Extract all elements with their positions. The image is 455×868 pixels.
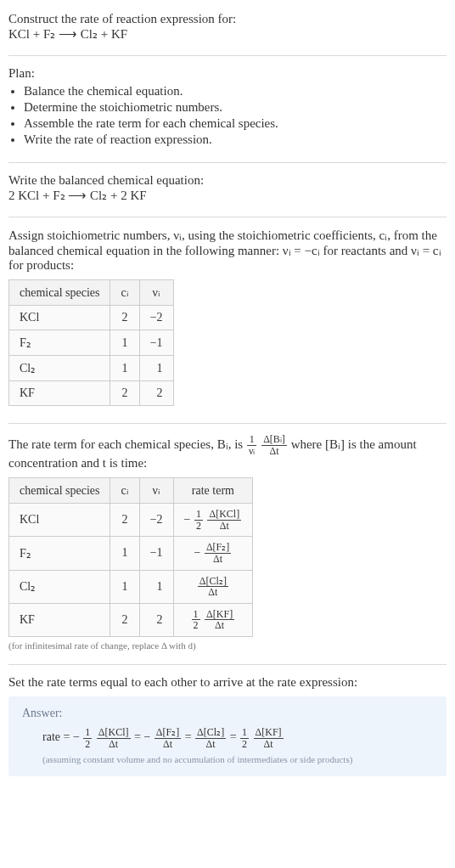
plan-heading: Plan: xyxy=(8,66,447,81)
cell-vi: 1 xyxy=(139,356,173,381)
fraction-icon: Δ[F₂] Δt xyxy=(205,542,231,564)
cell-rate-term: 1 2 Δ[KF] Δt xyxy=(173,603,253,636)
frac-num: Δ[Bᵢ] xyxy=(261,434,287,446)
cell-vi: 2 xyxy=(139,603,173,636)
frac-num: 1 xyxy=(240,727,249,739)
frac-num: Δ[F₂] xyxy=(205,542,231,554)
fraction-icon: Δ[KF] Δt xyxy=(254,727,284,749)
frac-den: νᵢ xyxy=(247,446,256,457)
term-prefix: − xyxy=(184,513,191,526)
fraction-icon: Δ[Cl₂] Δt xyxy=(198,576,228,598)
cell-rate-term: − Δ[F₂] Δt xyxy=(173,537,253,570)
plan-list: Balance the chemical equation. Determine… xyxy=(24,84,447,147)
frac-num: Δ[KCl] xyxy=(207,509,241,521)
cell-vi: −1 xyxy=(139,330,173,356)
intro-title: Construct the rate of reaction expressio… xyxy=(8,12,447,26)
cell-ci: 1 xyxy=(110,356,139,381)
cell-species: Cl₂ xyxy=(9,356,110,381)
cell-species: F₂ xyxy=(9,330,110,356)
frac-den: Δt xyxy=(154,739,181,750)
col-ci: cᵢ xyxy=(110,280,139,306)
cell-ci: 2 xyxy=(110,603,139,636)
frac-den: 2 xyxy=(192,620,200,631)
plan-item: Balance the chemical equation. xyxy=(24,84,447,99)
rate-term: 1 2 Δ[KF] Δt xyxy=(239,730,284,743)
rate-term: − 1 2 Δ[KCl] Δt xyxy=(73,730,134,743)
cell-ci: 1 xyxy=(110,330,139,356)
frac-den: Δt xyxy=(205,620,234,631)
frac-den: Δt xyxy=(195,739,226,750)
cell-vi: −2 xyxy=(139,306,173,330)
balanced-equation: 2 KCl + F₂ ⟶ Cl₂ + 2 KF xyxy=(8,188,447,203)
fraction-icon: Δ[KCl] Δt xyxy=(97,727,131,749)
stoich-table: chemical species cᵢ νᵢ KCl 2 −2 F₂ 1 −1 … xyxy=(8,279,174,406)
cell-rate-term: − 1 2 Δ[KCl] Δt xyxy=(173,504,253,537)
cell-ci: 2 xyxy=(110,306,139,330)
cell-species: KF xyxy=(9,603,110,636)
plan-item: Write the rate of reaction expression. xyxy=(24,132,447,147)
col-rate-term: rate term xyxy=(173,478,253,504)
table-row: KF 2 2 1 2 Δ[KF] Δt xyxy=(9,603,253,636)
table-header-row: chemical species cᵢ νᵢ rate term xyxy=(9,478,253,504)
table-row: Cl₂ 1 1 xyxy=(9,356,174,381)
rateterm-heading-pre: The rate term for each chemical species,… xyxy=(8,437,246,451)
fraction-icon: 1 2 xyxy=(240,727,249,749)
plan-item: Assemble the rate term for each chemical… xyxy=(24,116,447,131)
rate-term: − Δ[F₂] Δt xyxy=(143,730,184,743)
stoich-section: Assign stoichiometric numbers, νᵢ, using… xyxy=(8,223,447,418)
term-prefix: − xyxy=(194,546,200,559)
frac-den: Δt xyxy=(207,521,241,532)
cell-vi: −1 xyxy=(139,537,173,570)
stoich-heading: Assign stoichiometric numbers, νᵢ, using… xyxy=(8,228,447,273)
rate-prefix: rate = xyxy=(42,730,73,743)
fraction-icon: Δ[Bᵢ] Δt xyxy=(261,434,287,456)
table-header-row: chemical species cᵢ νᵢ xyxy=(9,280,174,306)
rateterm-section: The rate term for each chemical species,… xyxy=(8,429,447,659)
divider xyxy=(8,55,447,56)
balanced-heading: Write the balanced chemical equation: xyxy=(8,173,447,188)
frac-den: Δt xyxy=(261,446,287,457)
cell-rate-term: Δ[Cl₂] Δt xyxy=(173,570,253,603)
frac-num: Δ[KCl] xyxy=(97,727,131,739)
fraction-icon: 1 2 xyxy=(194,509,203,531)
fraction-icon: 1 νᵢ xyxy=(247,434,256,456)
fraction-icon: Δ[KCl] Δt xyxy=(207,509,241,531)
cell-species: Cl₂ xyxy=(9,570,110,603)
divider xyxy=(8,664,447,665)
cell-species: F₂ xyxy=(9,537,110,570)
cell-ci: 2 xyxy=(110,381,139,406)
divider xyxy=(8,217,447,217)
cell-species: KF xyxy=(9,381,110,406)
cell-ci: 1 xyxy=(110,537,139,570)
intro-section: Construct the rate of reaction expressio… xyxy=(8,7,447,50)
cell-species: KCl xyxy=(9,306,110,330)
frac-num: 1 xyxy=(247,434,256,446)
table-row: Cl₂ 1 1 Δ[Cl₂] Δt xyxy=(9,570,253,603)
frac-den: 2 xyxy=(240,739,249,750)
table-row: KF 2 2 xyxy=(9,381,174,406)
fraction-icon: Δ[F₂] Δt xyxy=(154,727,181,749)
answer-label: Answer: xyxy=(22,707,433,720)
rateterm-heading: The rate term for each chemical species,… xyxy=(8,434,447,471)
plan-section: Plan: Balance the chemical equation. Det… xyxy=(8,61,447,157)
frac-den: Δt xyxy=(97,739,131,750)
fraction-icon: 1 2 xyxy=(83,727,92,749)
rate-term: Δ[Cl₂] Δt xyxy=(194,730,230,743)
fraction-icon: Δ[Cl₂] Δt xyxy=(195,727,226,749)
frac-num: Δ[Cl₂] xyxy=(195,727,226,739)
frac-num: Δ[KF] xyxy=(205,609,234,621)
frac-den: 2 xyxy=(194,521,203,532)
frac-den: Δt xyxy=(205,554,231,565)
col-species: chemical species xyxy=(9,478,110,504)
fraction-icon: 1 2 xyxy=(192,609,200,631)
frac-num: Δ[KF] xyxy=(254,727,284,739)
answer-assumption: (assuming constant volume and no accumul… xyxy=(42,754,433,764)
fraction-icon: Δ[KF] Δt xyxy=(205,609,234,631)
plan-item: Determine the stoichiometric numbers. xyxy=(24,100,447,115)
cell-ci: 2 xyxy=(110,504,139,537)
cell-species: KCl xyxy=(9,504,110,537)
frac-den: Δt xyxy=(254,739,284,750)
cell-vi: 1 xyxy=(139,570,173,603)
frac-den: Δt xyxy=(198,587,228,598)
frac-num: 1 xyxy=(83,727,92,739)
